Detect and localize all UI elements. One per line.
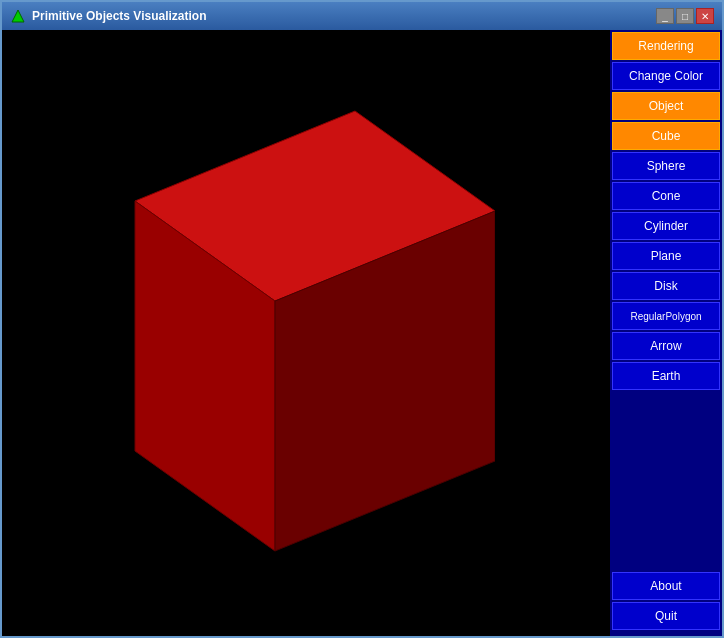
earth-button[interactable]: Earth xyxy=(612,362,720,390)
app-icon xyxy=(10,8,26,24)
sidebar-spacer xyxy=(612,392,720,570)
close-button[interactable]: ✕ xyxy=(696,8,714,24)
disk-button[interactable]: Disk xyxy=(612,272,720,300)
main-window: Primitive Objects Visualization _ □ ✕ xyxy=(0,0,724,638)
object-label: Object xyxy=(612,92,720,120)
window-controls: _ □ ✕ xyxy=(656,8,714,24)
sphere-button[interactable]: Sphere xyxy=(612,152,720,180)
main-content: Rendering Change Color Object Cube Spher… xyxy=(2,30,722,636)
cube-container xyxy=(75,81,495,585)
canvas-area xyxy=(2,30,610,636)
quit-button[interactable]: Quit xyxy=(612,602,720,630)
cylinder-button[interactable]: Cylinder xyxy=(612,212,720,240)
about-button[interactable]: About xyxy=(612,572,720,600)
bottom-buttons: About Quit xyxy=(612,572,720,634)
arrow-button[interactable]: Arrow xyxy=(612,332,720,360)
cube-button[interactable]: Cube xyxy=(612,122,720,150)
minimize-button[interactable]: _ xyxy=(656,8,674,24)
svg-marker-0 xyxy=(12,10,24,22)
cube-svg xyxy=(75,81,495,581)
plane-button[interactable]: Plane xyxy=(612,242,720,270)
title-bar: Primitive Objects Visualization _ □ ✕ xyxy=(2,2,722,30)
cone-button[interactable]: Cone xyxy=(612,182,720,210)
regular-polygon-button[interactable]: RegularPolygon xyxy=(612,302,720,330)
window-title: Primitive Objects Visualization xyxy=(32,9,656,23)
change-color-button[interactable]: Change Color xyxy=(612,62,720,90)
rendering-button[interactable]: Rendering xyxy=(612,32,720,60)
maximize-button[interactable]: □ xyxy=(676,8,694,24)
sidebar: Rendering Change Color Object Cube Spher… xyxy=(610,30,722,636)
